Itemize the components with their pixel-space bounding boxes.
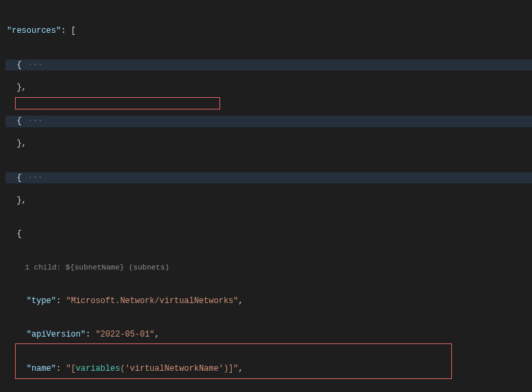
code-line[interactable]: "apiVersion": "2022-05-01", [5, 329, 532, 341]
code-line[interactable]: }, [5, 195, 532, 207]
json-string: 'virtualNetworkName' [125, 364, 224, 374]
json-key: "name" [27, 364, 56, 374]
json-key: "type" [27, 296, 56, 306]
punct: , [22, 83, 27, 92]
punct: ( [120, 364, 125, 374]
punct: : [61, 26, 70, 36]
folded-region[interactable]: { ··· [5, 60, 532, 71]
punct: : [85, 330, 95, 339]
json-string: "Microsoft.Network/virtualNetworks" [66, 296, 238, 306]
punct: : [56, 364, 66, 374]
punct: , [239, 364, 243, 374]
punct: { [16, 229, 21, 239]
fold-ellipsis-icon[interactable]: ··· [23, 172, 43, 184]
punct: : [56, 296, 66, 306]
fold-ellipsis-icon[interactable]: ··· [23, 116, 43, 127]
code-lens[interactable]: 1 child: ${subnetName} (subnets) [5, 263, 532, 273]
punct: , [155, 330, 159, 339]
punct: , [22, 139, 27, 148]
fold-ellipsis-icon[interactable]: ··· [23, 60, 43, 71]
expr-close: )]" [224, 364, 239, 374]
punct: } [16, 139, 21, 148]
expr-open: "[ [66, 364, 75, 374]
punct: , [22, 196, 27, 205]
json-key: "apiVersion" [27, 330, 85, 339]
punct: [ [71, 26, 76, 36]
code-line[interactable]: "name": "[variables('virtualNetworkName'… [5, 363, 532, 375]
code-line[interactable]: }, [5, 82, 532, 94]
punct: { [16, 173, 21, 183]
code-editor[interactable]: "resources": [ { ··· }, { ··· }, { ··· }… [0, 0, 532, 392]
punct: } [16, 196, 21, 205]
folded-region[interactable]: { ··· [5, 116, 532, 127]
punct: } [16, 83, 21, 92]
highlight-annotation [15, 97, 220, 109]
code-line[interactable]: "resources": [ [5, 25, 532, 37]
code-line[interactable]: { [5, 228, 532, 240]
code-line[interactable]: }, [5, 138, 532, 150]
folded-region[interactable]: { ··· [5, 172, 532, 184]
punct: { [16, 116, 21, 126]
json-key: "resources" [7, 26, 61, 36]
json-string: "2022-05-01" [96, 330, 155, 339]
code-lens-text: 1 child: ${subnetName} (subnets) [25, 263, 169, 272]
code-line[interactable]: "type": "Microsoft.Network/virtualNetwor… [5, 296, 532, 307]
punct: { [16, 60, 21, 70]
fn-name: variables [76, 364, 120, 374]
punct: , [238, 296, 243, 306]
